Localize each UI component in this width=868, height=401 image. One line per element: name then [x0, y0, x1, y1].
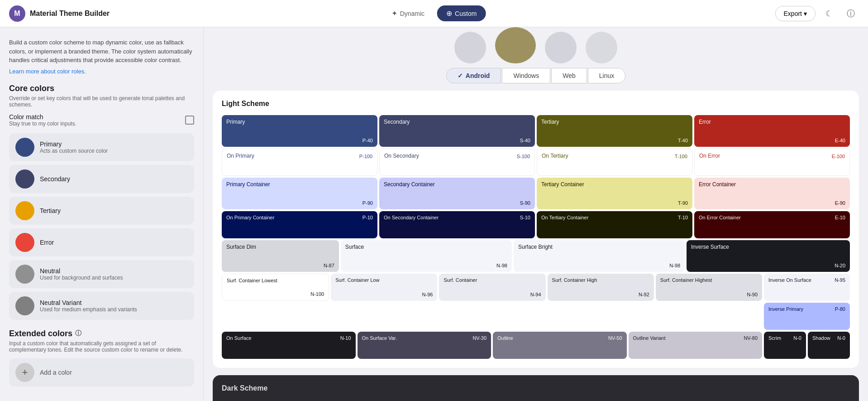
row-on-containers: On Primary Container P-10 On Secondary C… [222, 211, 850, 238]
tertiary-container-cell[interactable]: Tertiary Container T-90 [537, 178, 692, 209]
extended-colors-desc: Input a custom color that automatically … [9, 340, 194, 353]
secondary-swatch [15, 169, 34, 188]
add-color-label: Add a color [40, 369, 72, 376]
surface-cell[interactable]: Surface N-98 [341, 240, 512, 272]
neutral-variant-color-desc: Used for medium emphasis and variants [40, 306, 137, 313]
tertiary-color-name: Tertiary [40, 207, 61, 214]
error-color-row[interactable]: Error [9, 228, 194, 256]
add-color-icon: + [15, 363, 34, 382]
topnav: M Material Theme Builder ✦ Dynamic ⊕ Cus… [0, 0, 868, 27]
device-shape-4 [586, 32, 617, 63]
shadow-cell[interactable]: Shadow N-0 [808, 332, 850, 359]
on-surface-cell[interactable]: On Surface N-10 [222, 332, 356, 359]
tertiary-swatch [15, 201, 34, 220]
on-tertiary-cell[interactable]: On Tertiary T-100 [537, 149, 692, 176]
on-secondary-cell[interactable]: On Secondary S-100 [379, 149, 535, 176]
primary-color-row[interactable]: Primary Acts as custom source color [9, 133, 194, 161]
device-shape-2 [495, 27, 536, 63]
dark-scheme-title: Dark Scheme [222, 384, 850, 392]
primary-color-name: Primary [40, 140, 108, 148]
neutral-variant-swatch [15, 296, 34, 315]
chevron-down-icon: ▾ [804, 10, 807, 17]
tab-linux[interactable]: Linux [588, 68, 625, 83]
color-match-title: Color match [9, 113, 76, 121]
primary-swatch [15, 138, 34, 157]
neutral-color-desc: Used for background and surfaces [40, 275, 123, 281]
neutral-swatch [15, 265, 34, 284]
color-match-checkbox[interactable] [185, 116, 194, 125]
tab-web[interactable]: Web [551, 68, 587, 83]
core-colors-title: Core colors [9, 84, 194, 93]
outline-variant-cell[interactable]: Outline Variant NV-80 [629, 332, 763, 359]
add-color-row[interactable]: + Add a color [9, 358, 194, 387]
custom-tab[interactable]: ⊕ Custom [437, 5, 486, 21]
scrim-cell[interactable]: Scrim N-0 [764, 332, 806, 359]
tab-windows[interactable]: Windows [502, 68, 550, 83]
tab-android[interactable]: ✓ Android [446, 68, 501, 83]
on-error-cell[interactable]: On Error E-100 [694, 149, 850, 176]
on-surface-var-cell[interactable]: On Surface Var. NV-30 [358, 332, 491, 359]
app-title: Material Theme Builder [30, 10, 110, 18]
row-main-colors: Primary P-40 Secondary S-40 Tertiary T-4… [222, 115, 850, 147]
device-shape-1 [454, 32, 486, 63]
inverse-on-surface-cell[interactable]: Inverse On Surface N-95 [764, 274, 850, 301]
tertiary-color-row[interactable]: Tertiary [9, 197, 194, 225]
secondary-color-name: Secondary [40, 175, 70, 183]
surf-container-highest-cell[interactable]: Surf. Container Highest N-90 [656, 274, 762, 301]
surf-container-high-cell[interactable]: Surf. Container High N-92 [548, 274, 654, 301]
neutral-color-row[interactable]: Neutral Used for background and surfaces [9, 260, 194, 288]
export-button[interactable]: Export ▾ [775, 6, 816, 21]
extended-colors-title: Extended colors ⓘ [9, 329, 194, 338]
device-shape-3 [545, 32, 577, 63]
primary-cell[interactable]: Primary P-40 [222, 115, 377, 147]
on-error-container-cell[interactable]: On Error Container E-10 [694, 211, 850, 238]
dark-scheme-card: Dark Scheme [213, 375, 859, 401]
error-swatch [15, 233, 34, 252]
error-container-cell[interactable]: Error Container E-90 [694, 178, 850, 209]
on-secondary-container-cell[interactable]: On Secondary Container S-10 [379, 211, 535, 238]
surface-bright-cell[interactable]: Surface Bright N-98 [514, 240, 685, 272]
primary-container-cell[interactable]: Primary Container P-90 [222, 178, 377, 209]
dark-mode-button[interactable]: ☾ [821, 5, 837, 22]
row-on-colors: On Primary P-100 On Secondary S-100 On T… [222, 149, 850, 176]
info-button[interactable]: ⓘ [843, 5, 859, 22]
secondary-container-cell[interactable]: Secondary Container S-90 [379, 178, 535, 209]
on-primary-container-cell[interactable]: On Primary Container P-10 [222, 211, 377, 238]
platform-tabs: ✓ Android Windows Web Linux [204, 68, 868, 83]
error-cell[interactable]: Error E-40 [694, 115, 850, 147]
device-preview [204, 27, 868, 68]
nav-tabs: ✦ Dynamic ⊕ Custom [382, 5, 486, 21]
info-icon: ⓘ [847, 8, 855, 19]
inverse-surface-cell[interactable]: Inverse Surface N-20 [687, 240, 850, 272]
surface-group: Surface Dim N-87 Surface N-98 Surface Br… [222, 240, 685, 272]
on-tertiary-container-cell[interactable]: On Tertiary Container T-10 [537, 211, 692, 238]
tertiary-cell[interactable]: Tertiary T-40 [537, 115, 692, 147]
check-icon: ✓ [458, 72, 463, 79]
surf-container-cell[interactable]: Surf. Container N-94 [439, 274, 545, 301]
core-colors-subtitle: Override or set key colors that will be … [9, 95, 194, 108]
surf-container-lowest-cell[interactable]: Surf. Container Lowest N-100 [222, 274, 329, 301]
dynamic-tab[interactable]: ✦ Dynamic [382, 5, 434, 21]
row-outline: On Surface N-10 On Surface Var. NV-30 [222, 332, 850, 359]
outline-cell[interactable]: Outline NV-50 [493, 332, 627, 359]
error-color-name: Error [40, 239, 54, 246]
secondary-cell[interactable]: Secondary S-40 [379, 115, 535, 147]
row-surf-containers: Surf. Container Lowest N-100 Surf. Conta… [222, 274, 850, 330]
extended-info-icon: ⓘ [75, 329, 81, 338]
learn-more-link[interactable]: Learn more about color roles. [9, 68, 86, 75]
custom-icon: ⊕ [446, 9, 452, 18]
main-content: ✓ Android Windows Web Linux Light Scheme… [204, 27, 868, 401]
moon-icon: ☾ [825, 9, 833, 19]
light-scheme-grid: Primary P-40 Secondary S-40 Tertiary T-4… [222, 115, 850, 359]
secondary-color-row[interactable]: Secondary [9, 165, 194, 193]
dynamic-icon: ✦ [391, 9, 397, 18]
inverse-primary-cell[interactable]: Inverse Primary P-80 [764, 303, 850, 330]
topnav-right: Export ▾ ☾ ⓘ [775, 5, 859, 22]
on-primary-cell[interactable]: On Primary P-100 [222, 149, 377, 176]
logo-icon: M [9, 5, 25, 22]
light-scheme-title: Light Scheme [222, 100, 850, 108]
surface-dim-cell[interactable]: Surface Dim N-87 [222, 240, 339, 272]
neutral-variant-color-row[interactable]: Neutral Variant Used for medium emphasis… [9, 292, 194, 320]
surf-container-low-cell[interactable]: Surf. Container Low N-96 [331, 274, 437, 301]
color-match-info: Color match Stay true to my color inputs… [9, 113, 76, 127]
